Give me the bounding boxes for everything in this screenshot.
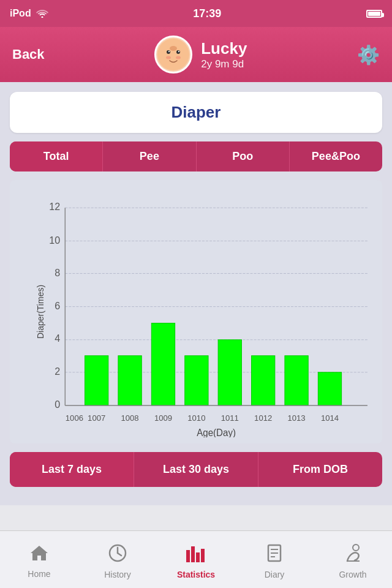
svg-text:6: 6	[55, 300, 60, 311]
status-time: 17:39	[193, 7, 221, 20]
svg-marker-35	[31, 546, 48, 560]
svg-text:1006: 1006	[66, 413, 83, 423]
svg-text:1012: 1012	[254, 413, 272, 423]
svg-text:4: 4	[55, 333, 60, 344]
filter-tabs: Total Pee Poo Pee&Poo	[10, 141, 382, 172]
bar-1014	[318, 372, 341, 405]
bar-1013	[285, 356, 308, 405]
history-icon	[108, 544, 127, 567]
svg-point-6	[166, 56, 171, 59]
svg-point-0	[41, 17, 43, 18]
bar-1010	[185, 356, 208, 405]
back-button[interactable]: Back	[12, 47, 45, 62]
growth-svg	[344, 544, 362, 562]
title-box: Diaper	[10, 92, 382, 133]
wifi-icon	[36, 9, 48, 18]
home-svg	[29, 545, 49, 562]
nav-growth[interactable]: Growth	[314, 531, 392, 588]
profile-name: Lucky	[201, 39, 247, 58]
avatar	[154, 36, 192, 74]
svg-text:12: 12	[49, 201, 60, 212]
profile-area: Lucky 2y 9m 9d	[154, 36, 247, 74]
bar-1007	[85, 356, 108, 405]
svg-text:1009: 1009	[154, 413, 172, 423]
btn-last30days[interactable]: Last 30 days	[134, 452, 258, 487]
time-buttons: Last 7 days Last 30 days From DOB	[10, 452, 382, 487]
svg-rect-40	[191, 546, 195, 562]
diary-svg	[266, 544, 283, 562]
svg-text:0: 0	[55, 399, 60, 410]
settings-icon[interactable]: ⚙️	[357, 44, 380, 66]
nav-statistics-label: Statistics	[177, 570, 215, 579]
content: Diaper Total Pee Poo Pee&Poo Diaper(Time…	[0, 82, 392, 505]
svg-rect-42	[201, 549, 205, 562]
tab-total[interactable]: Total	[10, 141, 103, 172]
svg-point-4	[168, 51, 170, 52]
btn-last7days[interactable]: Last 7 days	[10, 452, 134, 487]
nav-diary[interactable]: Diary	[235, 531, 314, 588]
svg-point-47	[353, 545, 359, 551]
svg-point-5	[178, 51, 179, 52]
nav-history-label: History	[104, 570, 131, 579]
nav-statistics[interactable]: Statistics	[157, 531, 235, 588]
svg-text:1013: 1013	[288, 413, 306, 423]
growth-icon	[344, 544, 362, 567]
bar-1009	[151, 323, 175, 405]
svg-text:2: 2	[55, 366, 60, 377]
profile-age: 2y 9m 9d	[201, 58, 247, 70]
nav-home[interactable]: Home	[0, 531, 78, 588]
bar-1011	[218, 340, 241, 405]
svg-text:1011: 1011	[221, 413, 239, 423]
status-bar: iPod 17:39	[0, 0, 392, 27]
svg-rect-39	[186, 550, 190, 562]
profile-text: Lucky 2y 9m 9d	[201, 39, 247, 70]
svg-point-2	[167, 50, 170, 54]
bar-1012	[252, 356, 275, 405]
bar-1008	[118, 356, 141, 405]
bottom-nav: Home History Statistics	[0, 530, 392, 588]
svg-point-3	[176, 50, 180, 54]
tab-poo[interactable]: Poo	[197, 141, 290, 172]
svg-text:1010: 1010	[187, 413, 205, 423]
svg-point-7	[176, 56, 181, 59]
chart-svg: 0 2 4 6 8 10 12	[40, 189, 374, 437]
svg-point-8	[170, 46, 177, 51]
svg-line-38	[118, 553, 121, 556]
svg-rect-41	[196, 552, 200, 562]
btn-fromdob[interactable]: From DOB	[258, 452, 382, 487]
svg-point-1	[157, 39, 189, 70]
nav-diary-label: Diary	[265, 570, 285, 579]
battery-icon	[366, 10, 382, 18]
device-label: iPod	[10, 8, 31, 19]
status-left: iPod	[10, 8, 48, 19]
avatar-image	[156, 37, 190, 72]
history-svg	[108, 544, 127, 562]
diary-icon	[266, 544, 283, 567]
tab-peepoo[interactable]: Pee&Poo	[290, 141, 382, 172]
y-axis-label: Diaper(Times)	[36, 285, 45, 339]
statistics-svg	[185, 544, 207, 562]
svg-text:1008: 1008	[121, 413, 139, 423]
nav-history[interactable]: History	[78, 531, 157, 588]
header: Back Lucky 2y 9m 9d ⚙️	[0, 27, 392, 82]
svg-text:1014: 1014	[321, 413, 339, 423]
statistics-icon	[185, 544, 207, 567]
home-icon	[29, 544, 49, 567]
title-label: Diaper	[172, 103, 221, 121]
svg-text:1007: 1007	[88, 413, 105, 423]
nav-home-label: Home	[28, 569, 50, 579]
chart-container: Diaper(Times) 0 2 4 6 8 10 12	[10, 180, 382, 443]
svg-text:Age(Day): Age(Day)	[197, 428, 236, 437]
svg-text:10: 10	[49, 234, 60, 245]
status-right	[366, 10, 382, 18]
svg-text:8: 8	[55, 266, 60, 277]
nav-growth-label: Growth	[339, 570, 366, 579]
tab-pee[interactable]: Pee	[103, 141, 196, 172]
